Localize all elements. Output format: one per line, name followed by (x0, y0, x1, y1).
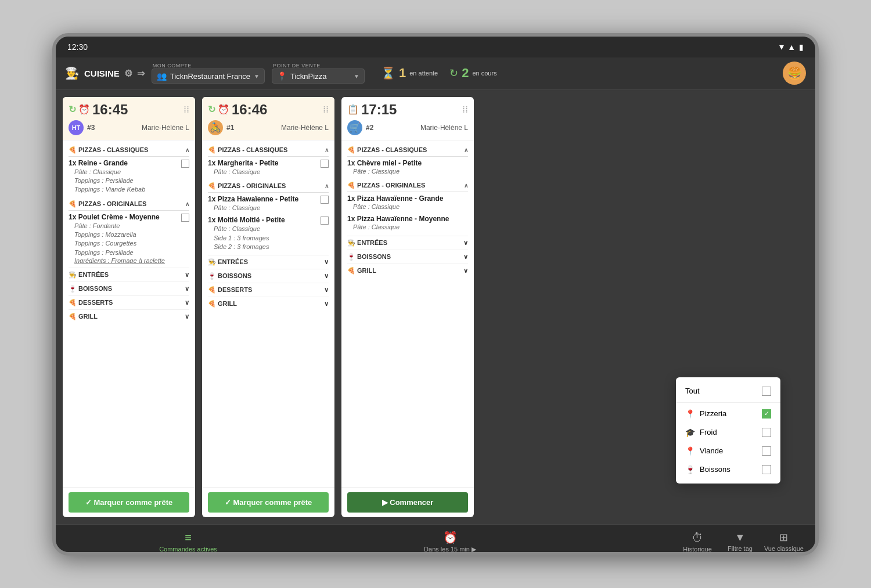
filter-tout-checkbox[interactable] (762, 387, 771, 396)
detail-haw-grande: Pâte : Classique (347, 203, 468, 211)
pos-dropdown[interactable]: 📍 TicknPizza ▼ (272, 68, 365, 84)
restaurant-dropdown[interactable]: 👥 TicknRestaurant France ▼ (152, 68, 265, 84)
drag-icon-2: ⁞⁞ (323, 104, 329, 115)
section-header-classiques-3[interactable]: 🍕 PIZZAS - CLASSIQUES ∧ (347, 144, 468, 157)
marquer-btn-1[interactable]: ✓ Marquer comme prête (69, 492, 189, 513)
detail-side1: Side 1 : 3 fromages (208, 234, 329, 243)
checkbox-margherita[interactable] (321, 160, 329, 168)
chevron-boissons-1: ∨ (185, 285, 189, 293)
section-desserts-1[interactable]: 🍕 DESSERTS ∨ (69, 295, 189, 309)
item-poulet: 1x Poulet Crème - Moyenne Pâte : Fondant… (69, 213, 189, 265)
filter-boissons-checkbox[interactable] (762, 465, 771, 474)
attente-count: 1 (399, 66, 406, 81)
filter-viande[interactable]: 📍 Viande (676, 442, 780, 460)
mon-compte-label: MON COMPTE (152, 63, 265, 68)
filtre-tag-label: Filtre tag (728, 545, 753, 552)
chevron-desserts-2: ∨ (324, 286, 329, 294)
dans-15-min-icon: ⏰ (443, 531, 458, 544)
settings-icon[interactable]: ⚙ (124, 68, 132, 79)
item-qty-hawaienne: 1x Pizza Hawaïenne - Petite (208, 195, 298, 203)
section-header-originales-3[interactable]: 🍕 PIZZAS - ORIGINALES ∧ (347, 179, 468, 192)
encours-status: ↻ 2 en cours (449, 66, 496, 81)
vue-classique-btn[interactable]: ⊞ Vue classique (764, 531, 804, 552)
calendar-icon-3: 📋 (347, 104, 359, 115)
refresh-icon: ↻ (449, 67, 458, 80)
filter-boissons-label: Boissons (700, 465, 757, 474)
tablet-frame: 12:30 ▾ ▲ ▮ 👨‍🍳 CUISINE ⚙ ⇒ MON COMPTE 👥… (52, 33, 819, 555)
nav-commandes-actives[interactable]: ≡ Commandes actives (147, 531, 229, 553)
dans-15-min-label: Dans les 15 min ▶ (424, 546, 476, 553)
section-boissons-3[interactable]: 🍷 BOISSONS ∨ (347, 250, 468, 264)
card-3-footer: ▶ Commencer (341, 487, 474, 517)
section-header-pizzas-classiques-1[interactable]: 🍕 PIZZAS - CLASSIQUES ∧ (69, 144, 189, 157)
item-qty-haw-moyenne: 1x Pizza Hawaïenne - Moyenne (347, 215, 449, 223)
historique-icon: ⏱ (692, 531, 703, 544)
expand-classiques-2: ∧ (325, 147, 329, 153)
signal-icon: ▲ (787, 42, 796, 52)
section-grill-3[interactable]: 🍕 GRILL ∨ (347, 264, 468, 277)
vue-classique-label: Vue classique (764, 545, 804, 552)
grill-icon-1: 🍕 (69, 313, 77, 320)
card-3-header: 📋 17:15 ⁞⁞ 🛒 #2 Marie-Hélène L (341, 97, 474, 140)
checkbox-moitie[interactable] (321, 217, 329, 225)
section-grill-2[interactable]: 🍕 GRILL ∨ (208, 297, 329, 311)
item-pate-poulet: Pâte : Fondante (69, 222, 189, 230)
attente-label: en attente (409, 70, 438, 77)
filtre-tag-btn[interactable]: ▼ Filtre tag (728, 532, 753, 552)
filter-viande-checkbox[interactable] (762, 446, 771, 456)
card-2-body: 🍕 PIZZAS - CLASSIQUES ∧ 1x Margherita - … (202, 140, 334, 487)
pizza-orig-icon-3: 🍕 (347, 182, 355, 189)
logout-icon[interactable]: ⇒ (137, 68, 145, 79)
section-boissons-2[interactable]: 🍷 BOISSONS ∨ (208, 269, 329, 283)
filter-pizzeria-checkbox[interactable]: ✓ (762, 409, 771, 419)
section-entrees-2[interactable]: 👨‍🍳 ENTRÉES ∨ (208, 255, 329, 269)
pizza-orig-icon-2: 🍕 (208, 182, 216, 189)
clock-icon-2: ⏰ (218, 104, 229, 115)
detail-hawaienne: Pâte : Classique (208, 204, 329, 212)
marquer-btn-2[interactable]: ✓ Marquer comme prête (208, 492, 329, 513)
pizzeria-icon: 📍 (685, 409, 695, 419)
filter-froid-checkbox[interactable] (762, 428, 771, 437)
filter-froid[interactable]: 🎓 Froid (676, 423, 780, 442)
nav-historique[interactable]: ⏱ Historique (671, 531, 724, 553)
chevron-entrees-3: ∨ (463, 239, 468, 247)
section-entrees-1[interactable]: 👨‍🍳 ENTRÉES ∨ (69, 268, 189, 282)
item-checkbox[interactable] (181, 160, 189, 168)
section-header-originales-2[interactable]: 🍕 PIZZAS - ORIGINALES ∧ (208, 180, 329, 193)
item-checkbox-poulet[interactable] (181, 214, 189, 222)
section-desserts-2[interactable]: 🍕 DESSERTS ∨ (208, 283, 329, 297)
filter-tout[interactable]: Tout (676, 382, 780, 401)
item-chevre: 1x Chèvre miel - Petite Pâte : Classique (347, 159, 468, 176)
card-2-footer: ✓ Marquer comme prête (202, 487, 334, 517)
item-top-persillade: Toppings : Persillade (69, 248, 189, 257)
user-avatar[interactable]: 🍔 (783, 62, 806, 85)
viande-icon: 📍 (685, 446, 695, 456)
clock-icon-1: ⏰ (78, 104, 90, 115)
time-value-1: 16:45 (92, 102, 128, 118)
top-nav: 👨‍🍳 CUISINE ⚙ ⇒ MON COMPTE 👥 TicknRestau… (56, 57, 815, 90)
item-qty-chevre: 1x Chèvre miel - Petite (347, 159, 422, 167)
expand-icon-1: ∧ (185, 147, 189, 153)
card-1-header: ↻ ⏰ 16:45 ⁞⁞ HT #3 Marie-Hélène L (63, 97, 195, 140)
entree-icon-2: 👨‍🍳 (208, 258, 216, 265)
section-entrees-3[interactable]: 👨‍🍳 ENTRÉES ∨ (347, 236, 468, 250)
chevron-boissons-3: ∨ (463, 253, 468, 261)
nav-dans-15-min[interactable]: ⏰ Dans les 15 min ▶ (412, 531, 488, 553)
boissons-icon-2: 🍷 (208, 272, 216, 279)
section-grill-1[interactable]: 🍕 GRILL ∨ (69, 309, 189, 323)
detail-pate-moitie: Pâte : Classique (208, 225, 329, 233)
detail-side2: Side 2 : 3 fromages (208, 243, 329, 251)
refresh-icon-2: ↻ (208, 104, 215, 115)
checkbox-hawaienne[interactable] (321, 196, 329, 204)
section-boissons-1[interactable]: 🍷 BOISSONS ∨ (69, 282, 189, 295)
customer-name-1: Marie-Hélène L (142, 124, 189, 132)
customer-badge-1: HT (69, 120, 84, 135)
section-header-pizzas-orig-1[interactable]: 🍕 PIZZAS - ORIGINALES ∧ (69, 198, 189, 211)
filter-pizzeria[interactable]: 📍 Pizzeria ✓ (676, 405, 780, 423)
item-special-raclette: Ingrédients : Fromage à raclette (69, 257, 189, 264)
section-header-classiques-2[interactable]: 🍕 PIZZAS - CLASSIQUES ∧ (208, 144, 329, 157)
pos-dropdown-arrow: ▼ (354, 73, 359, 80)
filter-boissons[interactable]: 🍷 Boissons (676, 460, 780, 479)
attente-status: ⏳ 1 en attente (381, 66, 438, 81)
commencer-btn[interactable]: ▶ Commencer (347, 492, 468, 513)
